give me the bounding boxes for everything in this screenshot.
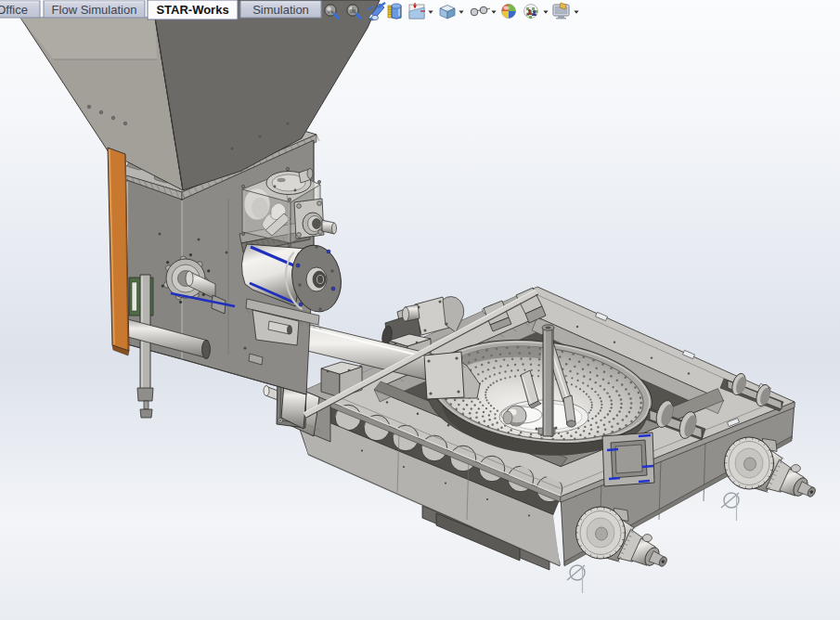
svg-text:Office: Office	[0, 3, 28, 17]
svg-text:Simulation: Simulation	[252, 3, 309, 17]
svg-text:Flow Simulation: Flow Simulation	[52, 3, 137, 17]
svg-text:STAR-Works: STAR-Works	[156, 3, 228, 17]
